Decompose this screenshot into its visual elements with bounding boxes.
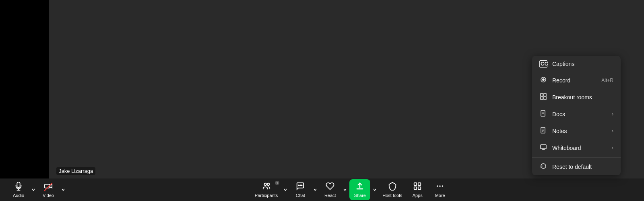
reset-label: Reset to default (552, 164, 613, 170)
svg-rect-25 (414, 183, 417, 185)
toolbar-center: 1 Participants Chat React (252, 179, 450, 200)
share-label: Share (354, 193, 366, 198)
video-button[interactable]: Video (38, 180, 59, 199)
chat-chevron[interactable] (312, 182, 318, 198)
menu-item-whiteboard[interactable]: Whiteboard › (532, 139, 621, 156)
svg-point-30 (439, 185, 441, 187)
captions-label: Captions (552, 61, 613, 67)
participants-badge: 1 (275, 181, 279, 185)
audio-button[interactable]: Audio (8, 180, 29, 199)
menu-item-docs[interactable]: Docs › (532, 106, 621, 123)
audio-chevron[interactable] (31, 182, 36, 198)
svg-rect-5 (544, 97, 546, 99)
host-tools-button[interactable]: Host tools (379, 180, 405, 199)
apps-icon (413, 182, 422, 192)
svg-point-22 (300, 185, 301, 186)
host-tools-label: Host tools (382, 193, 402, 198)
notes-arrow: › (612, 128, 613, 134)
react-icon (326, 182, 334, 192)
whiteboard-label: Whiteboard (552, 145, 607, 151)
breakout-label: Breakout rooms (552, 94, 613, 100)
participant-label: Jake Lizarraga (56, 167, 95, 175)
share-button[interactable]: Share (349, 179, 370, 200)
svg-rect-24 (357, 189, 363, 190)
more-label: More (435, 193, 445, 198)
svg-rect-27 (414, 187, 417, 189)
svg-rect-13 (541, 145, 546, 149)
svg-point-19 (264, 183, 266, 186)
svg-point-21 (299, 185, 299, 186)
toolbar-left: Audio Video (8, 180, 66, 199)
breakout-icon (539, 93, 547, 101)
docs-label: Docs (552, 111, 607, 117)
record-icon (539, 76, 547, 84)
record-shortcut: Alt+R (601, 78, 613, 83)
video-icon (44, 182, 53, 192)
react-label: React (324, 193, 336, 198)
svg-point-31 (442, 185, 444, 187)
svg-rect-3 (544, 94, 546, 96)
svg-point-1 (542, 78, 545, 81)
svg-rect-26 (418, 183, 421, 185)
record-label: Record (552, 77, 597, 84)
menu-item-captions[interactable]: CC Captions (532, 56, 621, 72)
svg-point-23 (301, 185, 302, 186)
participants-button[interactable]: 1 Participants (252, 180, 281, 199)
notes-label: Notes (552, 128, 607, 134)
audio-icon (14, 182, 23, 192)
captions-icon: CC (539, 60, 547, 68)
react-button[interactable]: React (320, 180, 341, 199)
whiteboard-arrow: › (612, 145, 613, 151)
menu-item-breakout[interactable]: Breakout rooms (532, 89, 621, 106)
audio-label: Audio (13, 193, 24, 198)
svg-point-29 (437, 185, 438, 187)
menu-item-notes[interactable]: Notes › (532, 123, 621, 139)
video-chevron[interactable] (60, 182, 66, 198)
notes-icon (539, 127, 547, 135)
chat-button[interactable]: Chat (290, 180, 311, 199)
menu-item-reset[interactable]: Reset to default (532, 158, 621, 175)
share-icon (355, 182, 364, 192)
chat-icon (296, 182, 305, 192)
video-label: Video (43, 193, 54, 198)
host-tools-icon (388, 182, 397, 192)
more-button[interactable]: More (429, 180, 450, 199)
chat-label: Chat (296, 193, 305, 198)
menu-item-record[interactable]: Record Alt+R (532, 72, 621, 89)
toolbar: Audio Video 1 Participants (0, 178, 644, 201)
participants-icon (262, 182, 271, 192)
react-chevron[interactable] (342, 182, 348, 198)
whiteboard-icon (539, 144, 547, 152)
share-chevron[interactable] (372, 182, 378, 198)
more-icon (436, 182, 444, 192)
reset-icon (539, 163, 547, 171)
participants-chevron[interactable] (283, 182, 288, 198)
apps-button[interactable]: Apps (407, 180, 428, 199)
apps-label: Apps (413, 193, 423, 198)
docs-arrow: › (612, 111, 613, 117)
svg-rect-4 (541, 97, 543, 99)
participants-label: Participants (255, 193, 278, 198)
svg-rect-2 (541, 94, 543, 96)
svg-rect-18 (45, 184, 50, 188)
docs-icon (539, 110, 547, 118)
menu-separator (532, 157, 621, 158)
svg-point-20 (267, 183, 269, 186)
svg-rect-28 (418, 187, 421, 189)
left-panel (0, 0, 49, 201)
more-dropdown: CC Captions Record Alt+R Breakout rooms … (532, 56, 621, 175)
